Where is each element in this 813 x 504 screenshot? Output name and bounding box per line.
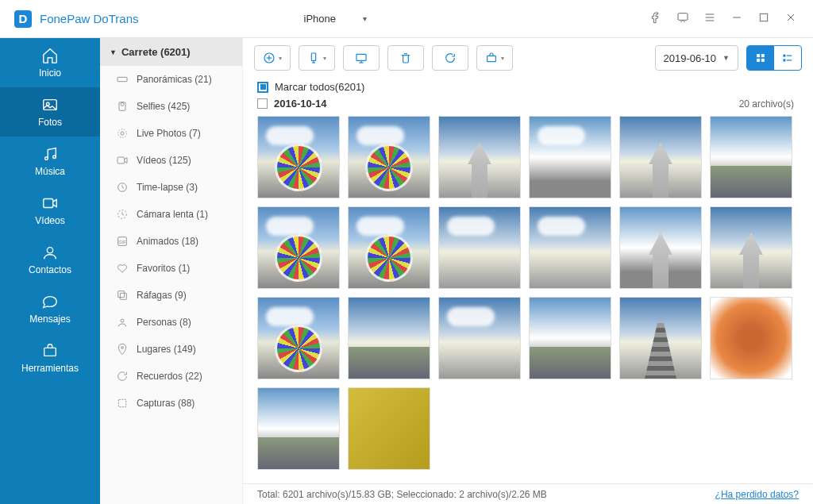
sidebar-item-herramientas[interactable]: Herramientas [0,333,100,383]
sidebar-item-fotos[interactable]: Fotos [0,87,100,137]
export-to-device-button[interactable]: ▾ [299,45,335,71]
select-all-row[interactable]: Marcar todos(6201) [243,78,813,94]
svg-rect-39 [761,59,765,62]
group-checkbox[interactable] [257,98,268,109]
group-count: 20 archivo(s) [739,98,799,110]
tools-icon [41,342,59,360]
album-label: Lugares (149) [137,344,196,355]
svg-rect-0 [678,13,688,21]
photo-thumbnail[interactable] [257,206,340,289]
close-icon[interactable] [784,11,797,26]
sidebar-item-mensajes[interactable]: Mensajes [0,284,100,333]
album-item[interactable]: Cámara lenta (1) [100,201,242,228]
album-label: Panorámicas (21) [137,74,212,85]
video-icon [41,194,59,212]
refresh-button[interactable] [432,45,468,71]
photo-thumbnail[interactable] [710,206,792,289]
minimize-icon[interactable] [730,11,743,26]
list-view-button[interactable] [774,46,801,70]
maximize-icon[interactable] [757,11,770,26]
date-filter[interactable]: 2019-06-10 ▼ [655,45,738,71]
album-item[interactable]: GIFAnimados (18) [100,228,242,255]
sidebar-label: Fotos [38,117,62,128]
date-filter-value: 2019-06-10 [664,52,717,64]
chevron-down-icon: ▾ [323,55,326,62]
device-selector[interactable]: iPhone ▾ [264,13,399,25]
album-item[interactable]: Capturas (88) [100,390,242,417]
photo-thumbnail[interactable] [438,297,521,379]
album-label: Favoritos (1) [137,263,190,274]
album-item[interactable]: Selfies (425) [100,93,242,120]
album-label: Cámara lenta (1) [137,209,208,220]
photo-thumbnail[interactable] [348,206,430,289]
album-header-label: Carrete (6201) [121,46,191,58]
album-item[interactable]: Time-lapse (3) [100,174,242,201]
photo-thumbnail[interactable] [529,116,611,198]
delete-button[interactable] [387,45,424,71]
album-item[interactable]: Lugares (149) [100,336,242,363]
album-item[interactable]: Ráfagas (9) [100,282,242,309]
album-icon [116,343,129,356]
svg-rect-25 [118,291,125,298]
sidebar-item-musica[interactable]: Música [0,137,100,186]
toolbar: ▾ ▾ ▾ 2019-06-10 ▼ [243,38,813,78]
sidebar-item-inicio[interactable]: Inicio [0,38,100,87]
chevron-down-icon: ▾ [363,14,367,23]
feedback-icon[interactable] [676,11,689,26]
menu-icon[interactable] [703,11,716,26]
photo-thumbnail[interactable] [710,297,792,379]
grid-view-button[interactable] [747,46,774,70]
photo-thumbnail[interactable] [348,297,430,379]
album-label: Time-lapse (3) [137,182,198,193]
svg-rect-15 [118,77,127,81]
data-recovery-link[interactable]: ¿Ha perdido datos? [715,489,799,500]
chevron-down-icon: ▼ [722,54,730,62]
photo-thumbnail[interactable] [438,116,521,198]
photo-thumbnail[interactable] [348,116,430,198]
svg-point-27 [121,319,124,322]
select-all-checkbox[interactable] [257,82,268,93]
app-title: FonePaw DoTrans [40,12,139,25]
photo-thumbnail[interactable] [438,206,521,289]
svg-rect-35 [487,56,496,61]
photo-thumbnail[interactable] [619,206,702,289]
album-icon: GIF [116,235,129,248]
sidebar-item-contactos[interactable]: Contactos [0,235,100,284]
app-logo-icon: D [14,10,32,28]
toolbox-button[interactable]: ▾ [476,45,513,71]
album-header[interactable]: ▼ Carrete (6201) [100,38,242,66]
photo-thumbnail[interactable] [619,116,702,198]
album-label: Recuerdos (22) [137,371,202,382]
group-date: 2016-10-14 [274,98,327,110]
album-item[interactable]: Panorámicas (21) [100,66,242,93]
album-item[interactable]: Recuerdos (22) [100,363,242,390]
date-group-header[interactable]: 2016-10-14 20 archivo(s) [243,94,813,116]
album-item[interactable]: Personas (8) [100,309,242,336]
photo-thumbnail[interactable] [257,297,340,379]
export-to-pc-button[interactable] [343,45,380,71]
sidebar-label: Mensajes [29,314,70,325]
photo-thumbnail[interactable] [619,297,702,379]
svg-rect-12 [44,199,53,208]
facebook-icon[interactable] [649,11,662,26]
album-icon [116,181,129,194]
svg-point-13 [47,248,52,253]
album-item[interactable]: Live Photos (7) [100,120,242,147]
messages-icon [41,293,59,310]
album-icon [116,100,129,113]
album-list: Panorámicas (21)Selfies (425)Live Photos… [100,66,242,504]
album-label: Live Photos (7) [137,128,201,139]
album-item[interactable]: Vídeos (125) [100,147,242,174]
photo-thumbnail[interactable] [348,387,430,470]
contacts-icon [41,244,59,261]
photo-thumbnail[interactable] [529,297,611,379]
music-icon [41,145,59,163]
album-item[interactable]: Favoritos (1) [100,255,242,282]
photo-thumbnail[interactable] [257,387,340,470]
photo-thumbnail[interactable] [529,206,611,289]
add-button[interactable]: ▾ [254,45,291,71]
view-toggle [746,45,802,71]
sidebar-item-videos[interactable]: Vídeos [0,186,100,235]
photo-thumbnail[interactable] [710,116,792,198]
photo-thumbnail[interactable] [257,116,340,198]
